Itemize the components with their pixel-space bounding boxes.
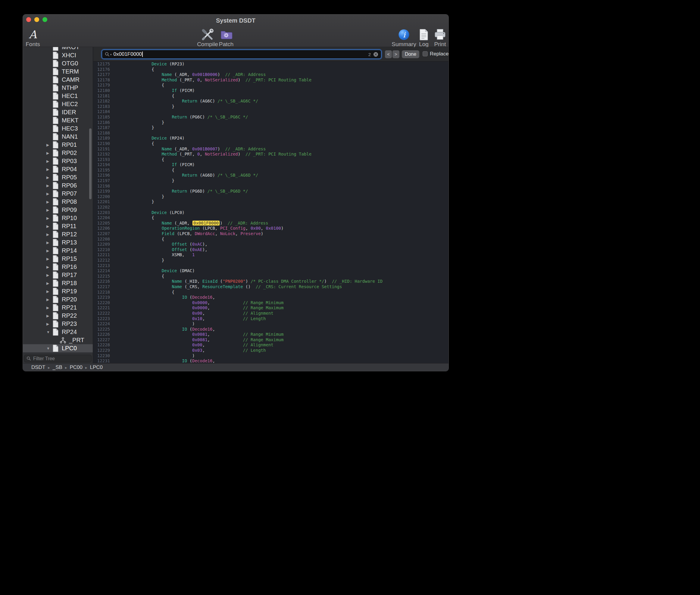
- sidebar-item-mrot[interactable]: MROT: [23, 47, 93, 51]
- sidebar-item-rp04[interactable]: ▶RP04: [23, 165, 93, 173]
- disclosure-collapsed-icon[interactable]: ▶: [47, 289, 53, 293]
- clear-search-icon[interactable]: [373, 52, 378, 57]
- disclosure-expanded-icon[interactable]: ▼: [47, 346, 53, 350]
- find-previous-button[interactable]: <: [385, 50, 392, 58]
- disclosure-collapsed-icon[interactable]: ▶: [47, 216, 53, 220]
- sidebar-item-label: RP09: [62, 206, 77, 214]
- sidebar-item-rp24[interactable]: ▼RP24: [23, 328, 93, 336]
- sidebar-item-lpc0[interactable]: ▼LPC0: [23, 344, 93, 352]
- sidebar-item-rp22[interactable]: ▶RP22: [23, 312, 93, 320]
- search-icon[interactable]: [105, 52, 110, 57]
- sidebar-item-xhci[interactable]: XHCI: [23, 51, 93, 59]
- compile-icon: [201, 29, 214, 41]
- sidebar-item-hec2[interactable]: HEC2: [23, 100, 93, 108]
- done-button[interactable]: Done: [402, 50, 419, 58]
- disclosure-collapsed-icon[interactable]: ▶: [47, 208, 53, 212]
- disclosure-collapsed-icon[interactable]: ▶: [47, 306, 53, 310]
- sidebar-item-rp09[interactable]: ▶RP09: [23, 206, 93, 214]
- disclosure-collapsed-icon[interactable]: ▶: [47, 183, 53, 188]
- line-number: 12181: [93, 93, 112, 99]
- disclosure-collapsed-icon[interactable]: ▶: [47, 175, 53, 180]
- code-line: 12229 0x03, // Length: [93, 348, 449, 353]
- document-icon: [53, 68, 59, 75]
- disclosure-collapsed-icon[interactable]: ▶: [47, 232, 53, 236]
- find-next-button[interactable]: >: [393, 50, 399, 58]
- disclosure-collapsed-icon[interactable]: ▶: [47, 314, 53, 318]
- breadcrumb-item[interactable]: PC00: [69, 364, 83, 370]
- sidebar-item-rp03[interactable]: ▶RP03: [23, 157, 93, 165]
- breadcrumb-item[interactable]: _SB: [53, 364, 62, 370]
- fonts-button[interactable]: A Fonts: [23, 28, 47, 47]
- breadcrumb-item[interactable]: LPC0: [90, 364, 103, 370]
- disclosure-collapsed-icon[interactable]: ▶: [47, 159, 53, 163]
- disclosure-collapsed-icon[interactable]: ▶: [47, 273, 53, 277]
- sidebar-item-rp19[interactable]: ▶RP19: [23, 287, 93, 295]
- sidebar-item-rp15[interactable]: ▶RP15: [23, 255, 93, 263]
- sidebar-item-rp05[interactable]: ▶RP05: [23, 173, 93, 181]
- sidebar-item-rp13[interactable]: ▶RP13: [23, 238, 93, 247]
- disclosure-collapsed-icon[interactable]: ▶: [47, 249, 53, 253]
- print-button[interactable]: Print: [427, 28, 449, 47]
- sidebar-item-rp17[interactable]: ▶RP17: [23, 271, 93, 279]
- document-icon: [53, 157, 59, 165]
- text-caret: [142, 52, 143, 57]
- sidebar-item-rp10[interactable]: ▶RP10: [23, 214, 93, 222]
- sidebar-item-label: RP14: [62, 247, 77, 254]
- search-field[interactable]: ▾ 0x001F0000 2: [102, 50, 381, 59]
- disclosure-expanded-icon[interactable]: ▼: [47, 330, 53, 334]
- sidebar-item-ider[interactable]: IDER: [23, 108, 93, 116]
- sidebar-item-camr[interactable]: CAMR: [23, 76, 93, 84]
- sidebar-item-nthp[interactable]: NTHP: [23, 84, 93, 92]
- disclosure-collapsed-icon[interactable]: ▶: [47, 322, 53, 326]
- sidebar-item-rp01[interactable]: ▶RP01: [23, 141, 93, 149]
- sidebar-item-rp08[interactable]: ▶RP08: [23, 198, 93, 206]
- disclosure-collapsed-icon[interactable]: ▶: [47, 167, 53, 171]
- sidebar-item-rp18[interactable]: ▶RP18: [23, 279, 93, 287]
- sidebar-item-rp12[interactable]: ▶RP12: [23, 230, 93, 238]
- sidebar-item-rp14[interactable]: ▶RP14: [23, 247, 93, 255]
- sidebar-item-rp07[interactable]: ▶RP07: [23, 190, 93, 198]
- sidebar-item-label: RP24: [62, 329, 77, 336]
- code-line: 12225 IO (Decode16,: [93, 327, 449, 332]
- filter-tree-field: [24, 355, 92, 362]
- sidebar-item-label: MEKT: [62, 117, 79, 124]
- disclosure-collapsed-icon[interactable]: ▶: [47, 224, 53, 228]
- disclosure-collapsed-icon[interactable]: ▶: [47, 200, 53, 204]
- disclosure-collapsed-icon[interactable]: ▶: [47, 151, 53, 155]
- sidebar-item-rp21[interactable]: ▶RP21: [23, 304, 93, 312]
- disclosure-collapsed-icon[interactable]: ▶: [47, 281, 53, 285]
- search-menu-chevron-icon[interactable]: ▾: [110, 53, 112, 56]
- code-line: 12208 {: [93, 236, 449, 242]
- line-number: 12193: [93, 157, 112, 163]
- sidebar-item-nan1[interactable]: NAN1: [23, 133, 93, 141]
- sidebar-item-mekt[interactable]: MEKT: [23, 116, 93, 124]
- sidebar-item-hec1[interactable]: HEC1: [23, 92, 93, 100]
- disclosure-collapsed-icon[interactable]: ▶: [47, 257, 53, 261]
- replace-checkbox[interactable]: [423, 51, 428, 56]
- sidebar-item-rp06[interactable]: ▶RP06: [23, 181, 93, 190]
- search-input[interactable]: 0x001F0000: [114, 51, 142, 57]
- sidebar-item-rp23[interactable]: ▶RP23: [23, 320, 93, 328]
- sidebar-item-rp02[interactable]: ▶RP02: [23, 149, 93, 157]
- code-line: 12205 Name (_ADR, 0x001F0000) // _ADR: A…: [93, 221, 449, 226]
- breadcrumb-item[interactable]: DSDT: [31, 364, 45, 370]
- line-number: 12180: [93, 88, 112, 93]
- code-line: 12188: [93, 131, 449, 136]
- sidebar-item-rp11[interactable]: ▶RP11: [23, 222, 93, 230]
- disclosure-collapsed-icon[interactable]: ▶: [47, 298, 53, 302]
- sidebar-item-term[interactable]: TERM: [23, 67, 93, 76]
- sidebar-scrollbar[interactable]: [89, 129, 92, 199]
- line-number: 12214: [93, 268, 112, 274]
- sidebar-item-hec3[interactable]: HEC3: [23, 124, 93, 133]
- sidebar-item-_prt[interactable]: _PRT: [23, 336, 93, 344]
- sidebar-item-rp20[interactable]: ▶RP20: [23, 295, 93, 304]
- filter-tree-input[interactable]: [33, 356, 89, 362]
- disclosure-collapsed-icon[interactable]: ▶: [47, 192, 53, 196]
- sidebar-item-otg0[interactable]: OTG0: [23, 59, 93, 67]
- code-line: 12224 ): [93, 321, 449, 327]
- disclosure-collapsed-icon[interactable]: ▶: [47, 265, 53, 269]
- disclosure-collapsed-icon[interactable]: ▶: [47, 143, 53, 147]
- patch-button[interactable]: Patch: [213, 28, 240, 47]
- sidebar-item-rp16[interactable]: ▶RP16: [23, 263, 93, 271]
- disclosure-collapsed-icon[interactable]: ▶: [47, 240, 53, 245]
